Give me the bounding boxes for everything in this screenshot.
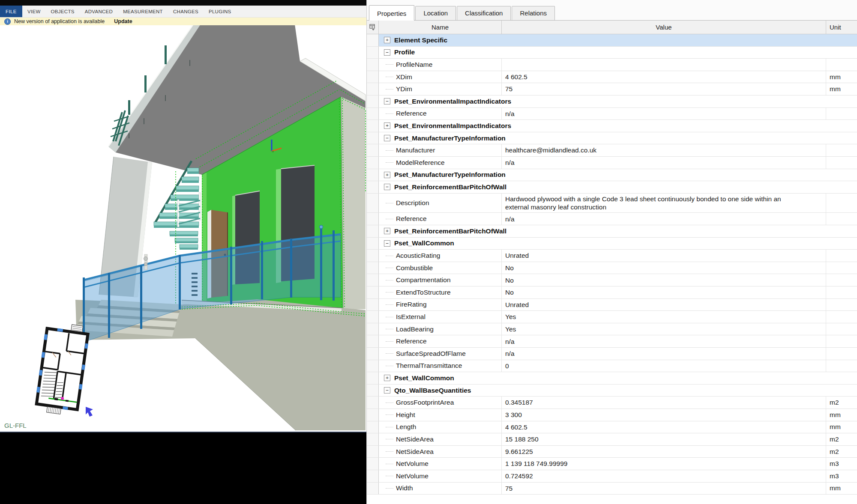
property-group-row[interactable]: +Element Specific — [367, 34, 857, 47]
expand-icon[interactable]: + — [384, 172, 390, 178]
grid-header: Name Value Unit — [367, 21, 857, 34]
property-row[interactable]: XDim4 602.5mm — [367, 71, 857, 84]
column-header-unit[interactable]: Unit — [826, 21, 857, 34]
property-row[interactable]: SurfaceSpreadOfFlamen/a — [367, 348, 857, 360]
property-group-row[interactable]: +Pset_EnvironmentalImpactIndicators — [367, 120, 857, 132]
collapse-icon[interactable]: − — [384, 240, 390, 247]
property-unit: mm — [826, 83, 857, 95]
row-gutter — [367, 409, 379, 421]
collapse-icon[interactable]: − — [384, 98, 390, 104]
property-group-row[interactable]: −Pset_WallCommon — [367, 238, 857, 250]
menu-item[interactable]: MEASUREMENT — [118, 6, 168, 17]
property-group-row[interactable]: +Pset_WallCommon — [367, 372, 857, 385]
property-row[interactable]: ExtendToStructureNo — [367, 286, 857, 299]
property-row[interactable]: NetVolume1 139 118 749.99999m3 — [367, 458, 857, 470]
level-label: GL-FFL — [4, 422, 27, 429]
property-value: No — [502, 262, 826, 274]
menu-item[interactable]: OBJECTS — [46, 6, 80, 17]
row-gutter — [367, 397, 379, 409]
expand-icon[interactable]: + — [384, 228, 390, 234]
collapse-icon[interactable]: − — [384, 49, 390, 56]
tree-stub — [386, 317, 393, 317]
row-gutter — [367, 132, 379, 144]
property-name: NetVolume — [396, 472, 428, 480]
update-link[interactable]: Update — [114, 18, 132, 24]
property-row[interactable]: NetSideArea9.661225m2 — [367, 446, 857, 458]
tree-stub — [386, 77, 393, 77]
expand-icon[interactable]: + — [384, 122, 390, 129]
property-name: ProfileName — [396, 61, 432, 69]
tab-properties[interactable]: Properties — [369, 5, 414, 21]
menu-bar: FILE VIEWOBJECTSADVANCEDMEASUREMENTCHANG… — [0, 6, 366, 18]
property-row[interactable]: CombustibleNo — [367, 262, 857, 274]
row-gutter — [367, 372, 379, 384]
menu-item[interactable]: ADVANCED — [80, 6, 118, 17]
group-label: Profile — [394, 48, 415, 56]
property-value: No — [502, 274, 826, 286]
group-label: Pset_ManufacturerTypeInformation — [394, 134, 506, 142]
property-name: AcousticRating — [396, 252, 440, 259]
property-row[interactable]: DescriptionHardwood plywood with a singl… — [367, 194, 857, 213]
property-row[interactable]: ThermalTransmittance0 — [367, 360, 857, 373]
property-row[interactable]: Referencen/a — [367, 108, 857, 120]
property-row[interactable]: Referencen/a — [367, 213, 857, 225]
group-label: Pset_ReinforcementBarPitchOfWall — [394, 183, 506, 191]
property-value: 75 — [502, 83, 826, 95]
property-group-row[interactable]: −Pset_EnvironmentalImpactIndicators — [367, 95, 857, 108]
property-row[interactable]: NetSideArea15 188 250m2 — [367, 433, 857, 446]
menu-item[interactable]: PLUGINS — [204, 6, 237, 17]
column-header-value[interactable]: Value — [502, 21, 826, 34]
group-label: Pset_WallCommon — [394, 374, 454, 382]
property-row[interactable]: NetVolume0.724592m3 — [367, 470, 857, 483]
property-value: n/a — [502, 213, 826, 225]
row-gutter — [367, 47, 379, 59]
menu-item[interactable]: VIEW — [22, 6, 46, 17]
property-value: 4 602.5 — [502, 421, 826, 433]
viewport-3d[interactable] — [0, 0, 366, 432]
tab-classification[interactable]: Classification — [457, 6, 511, 20]
property-name: Description — [396, 199, 429, 207]
property-unit — [826, 311, 857, 323]
collapse-icon[interactable]: − — [384, 387, 390, 394]
property-group-row[interactable]: −Qto_WallBaseQuantities — [367, 385, 857, 397]
group-label: Pset_EnvironmentalImpactIndicators — [394, 122, 511, 130]
tab-relations[interactable]: Relations — [512, 6, 555, 20]
column-header-name[interactable]: Name — [379, 21, 502, 34]
property-row[interactable]: Referencen/a — [367, 335, 857, 348]
property-group-row[interactable]: +Pset_ManufacturerTypeInformation — [367, 169, 857, 182]
column-chooser-cell[interactable] — [367, 21, 379, 34]
collapse-icon[interactable]: − — [384, 135, 390, 141]
property-unit: mm — [826, 421, 857, 433]
menu-file-button[interactable]: FILE — [0, 6, 22, 17]
property-row[interactable]: AcousticRatingUnrated — [367, 250, 857, 262]
property-name: Reference — [396, 215, 427, 223]
collapse-icon[interactable]: − — [384, 184, 390, 190]
property-row[interactable]: CompartmentationNo — [367, 274, 857, 286]
property-row[interactable]: FireRatingUnrated — [367, 299, 857, 311]
expand-icon[interactable]: + — [384, 37, 390, 43]
property-name: Height — [396, 411, 415, 419]
property-row[interactable]: LoadBearingYes — [367, 323, 857, 336]
property-row[interactable]: ModelReferencen/a — [367, 157, 857, 169]
property-row[interactable]: ProfileName — [367, 59, 857, 71]
property-row[interactable]: Height3 300mm — [367, 409, 857, 421]
expand-icon[interactable]: + — [384, 375, 390, 381]
menu-item[interactable]: CHANGES — [168, 6, 204, 17]
row-gutter — [367, 348, 379, 360]
property-row[interactable]: Width75mm — [367, 483, 857, 495]
property-row[interactable]: Manufacturerhealthcare@midlandlead.co.uk — [367, 144, 857, 157]
property-row[interactable]: YDim75mm — [367, 83, 857, 95]
property-group-row[interactable]: −Profile — [367, 47, 857, 59]
property-group-row[interactable]: −Pset_ReinforcementBarPitchOfWall — [367, 181, 857, 194]
tab-location[interactable]: Location — [415, 6, 456, 20]
property-value: 0 — [502, 360, 826, 372]
property-row[interactable]: IsExternalYes — [367, 311, 857, 323]
tree-stub — [386, 304, 393, 305]
row-gutter — [367, 108, 379, 120]
property-name: IsExternal — [396, 313, 426, 321]
property-row[interactable]: Length4 602.5mm — [367, 421, 857, 434]
property-group-row[interactable]: +Pset_ReinforcementBarPitchOfWall — [367, 225, 857, 238]
property-row[interactable]: GrossFootprintArea0.345187m2 — [367, 397, 857, 409]
property-group-row[interactable]: −Pset_ManufacturerTypeInformation — [367, 132, 857, 145]
group-label: Pset_ManufacturerTypeInformation — [394, 171, 506, 179]
